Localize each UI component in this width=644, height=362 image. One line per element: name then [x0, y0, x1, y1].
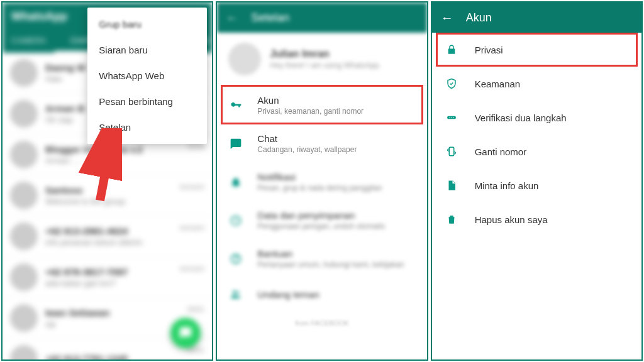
- chat-time: kemarin: [180, 183, 204, 190]
- chat-icon: [228, 136, 243, 151]
- account-list: Privasi Keamanan Verifikasi dua langkah …: [432, 33, 641, 236]
- chat-time: kemarin: [180, 265, 204, 272]
- account-item-label: Hapus akun saya: [475, 214, 548, 225]
- settings-title: Setelan: [251, 11, 289, 25]
- avatar: [10, 100, 38, 128]
- account-item-label: Keamanan: [475, 79, 521, 89]
- chat-time: kemarin: [180, 224, 204, 231]
- shield-icon: [445, 77, 458, 90]
- avatar: [10, 222, 38, 250]
- svg-point-9: [453, 117, 454, 118]
- doc-icon: [445, 178, 458, 192]
- settings-item-sub: Pertanyaan umum, hubungi kami, kebijakan: [257, 260, 404, 269]
- overflow-menu: Grup baruSiaran baruWhatsApp WebPesan be…: [87, 8, 207, 144]
- settings-item-sub: Penggunaan jaringan, unduh otomatis: [257, 222, 385, 231]
- settings-list: Akun Privasi, keamanan, ganti nomor Chat…: [217, 86, 426, 310]
- chat-preview: ada kabar gak bro?: [45, 278, 180, 288]
- panel-account: ← Akun Privasi Keamanan Verifikasi dua l…: [431, 1, 643, 361]
- bell-icon: [228, 175, 243, 190]
- avatar: [10, 182, 38, 209]
- profile-row[interactable]: Julian Imran Hey there! I am using Whats…: [217, 33, 426, 85]
- account-item-label: Verifikasi dua langkah: [475, 112, 567, 123]
- avatar: [228, 43, 261, 75]
- account-item-keamanan[interactable]: Keamanan: [432, 67, 641, 101]
- back-icon[interactable]: ←: [441, 11, 453, 25]
- menu-item-whatsapp-web[interactable]: WhatsApp Web: [87, 63, 207, 89]
- menu-item-siaran-baru[interactable]: Siaran baru: [87, 37, 207, 63]
- data-icon: [228, 213, 243, 228]
- chat-preview: sip: [45, 319, 187, 329]
- message-icon: [179, 326, 192, 340]
- account-item-verifikasi-dua-langkah[interactable]: Verifikasi dua langkah: [432, 101, 641, 134]
- avatar: [10, 345, 38, 361]
- svg-point-5: [237, 291, 240, 293]
- panel-settings: ← Setelan Julian Imran Hey there! I am u…: [216, 1, 428, 361]
- account-title: Akun: [466, 11, 492, 25]
- settings-item-data-dan-penyimpanan[interactable]: Data dan penyimpanan Penggunaan jaringan…: [217, 201, 426, 239]
- new-chat-fab[interactable]: [170, 318, 201, 348]
- settings-item-sub: Cadangan, riwayat, wallpaper: [257, 145, 357, 154]
- chat-name: +62 878-3817-7087: [45, 266, 180, 277]
- panel-chats: WhatsApp CAMERA CHAT STATUS PANGGILAN Da…: [1, 1, 213, 361]
- highlight-box: [221, 85, 423, 124]
- footer-brand: from FACEBOOK: [217, 310, 426, 336]
- phone-swap-icon: [445, 145, 458, 158]
- settings-item-title: Data dan penyimpanan: [257, 210, 385, 221]
- help-icon: [228, 251, 243, 266]
- chat-name: +62 813-7781-1345: [45, 353, 187, 361]
- settings-item-sub: Pesan, grup & nada dering panggilan: [257, 184, 382, 192]
- account-item-label: Ganti nomor: [475, 146, 527, 157]
- dots-icon: [445, 111, 458, 124]
- avatar: [10, 304, 38, 332]
- chat-row[interactable]: +62 813-2981-4624 info pesanan belum dik…: [3, 216, 212, 257]
- svg-point-4: [233, 290, 236, 293]
- avatar: [10, 263, 38, 291]
- account-item-ganti-nomor[interactable]: Ganti nomor: [432, 134, 641, 168]
- trash-icon: [445, 212, 458, 226]
- annotation-arrow: [78, 128, 122, 206]
- avatar: [10, 59, 38, 87]
- settings-item-notifikasi[interactable]: Notifikasi Pesan, grup & nada dering pan…: [217, 163, 426, 201]
- tab-camera[interactable]: CAMERA: [3, 30, 55, 53]
- account-item-hapus-akun-saya[interactable]: Hapus akun saya: [432, 202, 641, 236]
- settings-item-title: Chat: [257, 133, 357, 144]
- svg-point-7: [449, 117, 450, 118]
- svg-point-3: [236, 261, 236, 261]
- settings-item-title: Bantuan: [257, 248, 404, 259]
- svg-rect-10: [449, 147, 454, 156]
- account-item-label: Minta info akun: [475, 180, 539, 191]
- menu-item-pesan-berbintang[interactable]: Pesan berbintang: [87, 89, 207, 114]
- chat-row[interactable]: +62 878-3817-7087 ada kabar gak bro? kem…: [3, 257, 212, 298]
- account-item-minta-info-akun[interactable]: Minta info akun: [432, 168, 641, 202]
- back-icon[interactable]: ←: [226, 11, 238, 25]
- chat-name: +62 813-2981-4624: [45, 226, 180, 236]
- highlight-box: [436, 33, 638, 67]
- settings-item-undang-teman[interactable]: Undang teman: [217, 278, 426, 310]
- settings-item-chat[interactable]: Chat Cadangan, riwayat, wallpaper: [217, 124, 426, 163]
- menu-item-grup-baru[interactable]: Grup baru: [87, 11, 207, 37]
- svg-line-0: [100, 134, 113, 200]
- profile-status: Hey there! I am using WhatsApp.: [270, 61, 380, 70]
- chat-time: 05/01: [187, 305, 205, 313]
- avatar: [10, 141, 38, 168]
- chat-preview: info pesanan belum dikirim: [45, 238, 180, 247]
- settings-appbar: ← Setelan: [217, 3, 426, 33]
- profile-name: Julian Imran: [270, 48, 380, 60]
- settings-item-title: Undang teman: [257, 289, 319, 300]
- settings-item-bantuan[interactable]: Bantuan Pertanyaan umum, hubungi kami, k…: [217, 239, 426, 278]
- people-icon: [228, 287, 243, 302]
- settings-item-title: Notifikasi: [257, 172, 382, 182]
- chat-name: Iwan Setiawan: [45, 307, 187, 318]
- account-appbar: ← Akun: [432, 3, 641, 33]
- svg-point-8: [451, 117, 452, 118]
